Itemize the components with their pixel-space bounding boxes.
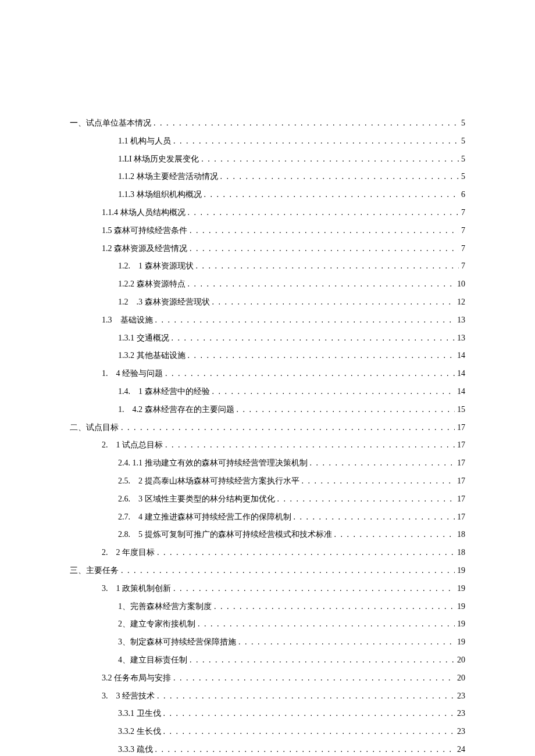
toc-leader-dots [188, 206, 459, 220]
toc-page-number: 17 [457, 492, 465, 506]
toc-leader-dots [163, 707, 455, 721]
toc-leader-dots [310, 456, 455, 470]
toc-label: 1.1.3 林场组织机构概况 [118, 188, 202, 202]
toc-page-number: 14 [457, 385, 465, 399]
toc-page: 一、试点单位基本情况51.1 机构与人员51.LI 林场历史发展变化51.1.2… [0, 0, 535, 756]
toc-leader-dots [334, 528, 455, 542]
toc-label: 3.3.2 生长伐 [118, 725, 161, 739]
toc-entry[interactable]: 1.LI 林场历史发展变化5 [70, 152, 465, 166]
toc-entry[interactable]: 3、制定森林可持续经营保障措施19 [70, 635, 465, 649]
toc-label: 2.5. 2 提高泰山林场森林可持续经营方案执行水平 [118, 474, 299, 488]
toc-leader-dots [302, 474, 455, 488]
toc-label: 2. 1 试点总目标 [102, 438, 163, 452]
toc-leader-dots [190, 224, 459, 238]
toc-label: 2.7. 4 建立推进森林可持续经营工作的保障机制 [118, 510, 291, 524]
toc-leader-dots [188, 277, 455, 291]
toc-leader-dots [190, 242, 459, 256]
toc-entry[interactable]: 1.5 森林可持续经营条件7 [70, 224, 465, 238]
toc-entry[interactable]: 二、试点目标17 [70, 421, 465, 435]
toc-entry[interactable]: 1.2 .3 森林资源经营现状12 [70, 295, 465, 309]
toc-label: 1.1.4 林场人员结构概况 [102, 206, 186, 220]
toc-page-number: 5 [461, 170, 465, 184]
toc-entry[interactable]: 1、完善森林经营方案制度19 [70, 600, 465, 614]
toc-page-number: 23 [457, 689, 465, 703]
toc-page-number: 17 [457, 438, 465, 452]
toc-entry[interactable]: 1.1.3 林场组织机构概况6 [70, 188, 465, 202]
toc-label: 3. 3 经营技术 [102, 689, 155, 703]
toc-leader-dots [201, 152, 459, 166]
toc-page-number: 5 [461, 116, 465, 130]
toc-entry[interactable]: 2、建立专家衔接机制19 [70, 617, 465, 631]
toc-label: 2.6. 3 区域性主要类型的林分结构更加优化 [118, 492, 275, 506]
toc-page-number: 23 [457, 725, 465, 739]
toc-entry[interactable]: 2.5. 2 提高泰山林场森林可持续经营方案执行水平17 [70, 474, 465, 488]
toc-label: 1.LI 林场历史发展变化 [118, 152, 199, 166]
toc-page-number: 13 [457, 331, 465, 345]
toc-leader-dots [157, 546, 455, 560]
toc-entry[interactable]: 3. 3 经营技术23 [70, 689, 465, 703]
toc-label: 1.3.2 其他基础设施 [118, 349, 186, 363]
toc-page-number: 19 [457, 600, 465, 614]
toc-entry[interactable]: 1. 4 经验与问题14 [70, 367, 465, 381]
toc-page-number: 19 [457, 564, 465, 578]
toc-label: 3、制定森林可持续经营保障措施 [118, 635, 236, 649]
toc-entry[interactable]: 2. 2 年度目标18 [70, 546, 465, 560]
toc-label: 4、建立目标责任制 [118, 653, 187, 667]
toc-label: 1. 4.2 森林经营存在的主要问题 [118, 403, 234, 417]
toc-page-number: 17 [457, 421, 465, 435]
toc-leader-dots [238, 635, 455, 649]
toc-label: 1、完善森林经营方案制度 [118, 600, 212, 614]
toc-label: 1.5 森林可持续经营条件 [102, 224, 187, 238]
toc-entry[interactable]: 1.2. 1 森林资源现状7 [70, 259, 465, 273]
toc-entry[interactable]: 1.1 机构与人员5 [70, 134, 465, 148]
toc-entry[interactable]: 2.8. 5 提炼可复制可推广的森林可持续经营模式和技术标准18 [70, 528, 465, 542]
toc-entry[interactable]: 1. 4.2 森林经营存在的主要问题15 [70, 403, 465, 417]
toc-entry[interactable]: 三、主要任务19 [70, 564, 465, 578]
toc-label: 2. 2 年度目标 [102, 546, 155, 560]
toc-entry[interactable]: 2.7. 4 建立推进森林可持续经营工作的保障机制17 [70, 510, 465, 524]
toc-label: 1.2 .3 森林资源经营现状 [118, 295, 210, 309]
toc-label: 1.4. 1 森林经营中的经验 [118, 385, 210, 399]
toc-leader-dots [173, 671, 455, 685]
toc-page-number: 19 [457, 582, 465, 596]
toc-leader-dots [165, 438, 455, 452]
toc-entry[interactable]: 2. 1 试点总目标17 [70, 438, 465, 452]
toc-page-number: 5 [461, 152, 465, 166]
toc-entry[interactable]: 4、建立目标责任制20 [70, 653, 465, 667]
toc-page-number: 17 [457, 510, 465, 524]
toc-entry[interactable]: 1.3.1 交通概况13 [70, 331, 465, 345]
toc-leader-dots [155, 743, 455, 756]
toc-entry[interactable]: 1.3 基础设施13 [70, 313, 465, 327]
toc-entry[interactable]: 1.2 森林资源及经营情况7 [70, 242, 465, 256]
toc-leader-dots [163, 725, 455, 739]
toc-leader-dots [172, 331, 455, 345]
toc-entry[interactable]: 1.1.4 林场人员结构概况7 [70, 206, 465, 220]
toc-leader-dots [294, 510, 455, 524]
toc-entry[interactable]: 2.4. 1.1 推动建立有效的森林可持续经营管理决策机制17 [70, 456, 465, 470]
toc-label: 3. 1 政策机制创新 [102, 582, 171, 596]
toc-entry[interactable]: 2.6. 3 区域性主要类型的林分结构更加优化17 [70, 492, 465, 506]
toc-entry[interactable]: 一、试点单位基本情况5 [70, 116, 465, 130]
toc-entry[interactable]: 1.1.2 林场主要经营活动情况5 [70, 170, 465, 184]
toc-entry[interactable]: 3.2 任务布局与安排20 [70, 671, 465, 685]
toc-page-number: 7 [461, 259, 465, 273]
toc-label: 1.3 基础设施 [102, 313, 153, 327]
toc-entry[interactable]: 3.3.1 卫生伐23 [70, 707, 465, 721]
toc-leader-dots [173, 134, 459, 148]
toc-page-number: 14 [457, 367, 465, 381]
toc-entry[interactable]: 3.3.3 疏伐24 [70, 743, 465, 756]
toc-entry[interactable]: 1.2.2 森林资源特点10 [70, 277, 465, 291]
toc-entry[interactable]: 3.3.2 生长伐23 [70, 725, 465, 739]
toc-page-number: 7 [461, 242, 465, 256]
toc-page-number: 7 [461, 224, 465, 238]
toc-leader-dots [212, 385, 455, 399]
toc-entry[interactable]: 3. 1 政策机制创新19 [70, 582, 465, 596]
toc-label: 3.3.1 卫生伐 [118, 707, 161, 721]
toc-page-number: 18 [457, 528, 465, 542]
toc-leader-dots [155, 313, 455, 327]
toc-page-number: 12 [457, 295, 465, 309]
toc-entry[interactable]: 1.3.2 其他基础设施14 [70, 349, 465, 363]
toc-page-number: 20 [457, 671, 465, 685]
toc-label: 2.4. 1.1 推动建立有效的森林可持续经营管理决策机制 [118, 456, 308, 470]
toc-entry[interactable]: 1.4. 1 森林经营中的经验14 [70, 385, 465, 399]
